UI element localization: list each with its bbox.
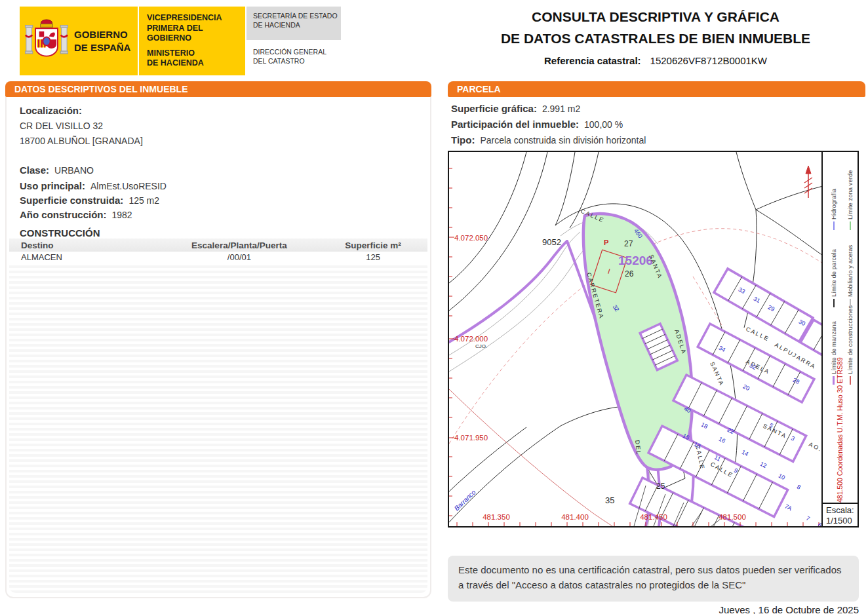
svg-text:12: 12 <box>759 461 768 470</box>
direccion-catastro-label: DIRECCIÓN GENERAL DEL CATASTRO <box>247 40 341 75</box>
title-line1: CONSULTA DESCRIPTIVA Y GRÁFICA <box>451 7 860 28</box>
barranco-label: Barranco <box>453 488 477 512</box>
x-axis-label: 481.400 <box>561 513 589 521</box>
government-logo: GOBIERNO DE ESPAÑA VICEPRESIDENCIA PRIME… <box>20 7 341 75</box>
parcel-26-label: 26 <box>625 269 634 278</box>
secretaria-label: SECRETARÍA DE ESTADO DE HACIENDA <box>247 7 341 40</box>
logo-secretaria-block: SECRETARÍA DE ESTADO DE HACIENDA DIRECCI… <box>247 7 341 75</box>
construccion-title: CONSTRUCCIÓN <box>20 227 100 239</box>
ref-value: 1520626VF8712B0001KW <box>650 55 767 66</box>
y-axis-label: 4.072.000 <box>454 335 488 343</box>
x-axis-label: 481.450 <box>640 513 667 521</box>
col-destino: Destino <box>9 240 160 250</box>
north-arrow-icon <box>804 166 812 198</box>
y-axis-label: 4.072.050 <box>454 234 488 242</box>
utm-coordinates-note: 481.500 Coordenadas U.T.M. Huso 30 ETRS8… <box>823 385 858 503</box>
disclaimer-box: Este documento no es una certificación c… <box>448 556 859 602</box>
block-ref-label: 9052 <box>542 237 561 247</box>
participacion-field: Participación del inmueble:100,00 % <box>451 117 858 132</box>
manzana-line-icon <box>833 376 835 385</box>
panel-header-parcela: PARCELA <box>448 81 865 97</box>
svg-text:14: 14 <box>741 449 750 458</box>
empty-table-rows <box>9 263 427 593</box>
cell-superficie: 125 <box>319 252 427 262</box>
svg-text:10: 10 <box>778 472 787 482</box>
table-header-row: Destino Escalera/Planta/Puerta Superfici… <box>9 239 427 252</box>
svg-text:20: 20 <box>742 383 751 393</box>
p-marker: P <box>604 239 608 246</box>
scale-box: Escala: 1/1500 <box>823 503 858 526</box>
parcela-fields: Superficie gráfica:2.991 m2 Participació… <box>451 101 858 148</box>
parcela-panel: PARCELA <box>448 81 865 97</box>
cadastral-reference: Referencia catastral:1520626VF8712B0001K… <box>451 55 860 66</box>
cell-destino: ALMACEN <box>9 252 160 262</box>
x-axis-label: 481.500 <box>719 513 746 521</box>
superficie-construida-field: Superficie construida:125 m2 <box>20 195 159 206</box>
legend-mobiliario: Mobiliario y aceras <box>846 230 854 307</box>
address-line2: 18700 ALBUÑOL [GRANADA] <box>20 136 143 146</box>
construccion-table: Destino Escalera/Planta/Puerta Superfici… <box>9 239 427 262</box>
subject-parcel-polygon <box>583 214 692 470</box>
legend-limite-parcela: Límite de parcela <box>830 230 837 307</box>
scale-label: Escala: <box>826 505 854 516</box>
parcela-line-icon <box>833 299 835 307</box>
clase-field: Clase:URBANO <box>20 164 94 176</box>
street-ao: AO. <box>808 441 821 453</box>
gobierno-espana-label: GOBIERNO DE ESPAÑA <box>74 28 130 54</box>
document-date: Jueves , 16 de Octubre de 2025 <box>448 604 859 614</box>
construcciones-line-icon <box>850 376 851 385</box>
street-calle-alpujarra-1: CALLE <box>745 326 770 343</box>
svg-text:8: 8 <box>796 484 802 491</box>
map-drawing: I <box>449 152 821 526</box>
vicepresidencia-label: VICEPRESIDENCIA PRIMERA DEL GOBIERNO <box>147 13 243 44</box>
address-line1: CR DEL VISILLO 32 <box>20 121 103 131</box>
cell-escalera: /00/01 <box>160 252 319 262</box>
x-axis-label: 481.350 <box>483 513 510 521</box>
logo-gobierno-block: GOBIERNO DE ESPAÑA <box>20 7 138 75</box>
svg-text:16: 16 <box>718 436 727 445</box>
hidrografia-line-icon <box>833 221 835 230</box>
svg-text:18: 18 <box>700 421 709 431</box>
ref-label: Referencia catastral: <box>544 55 641 66</box>
cadastral-map: I <box>448 151 859 528</box>
col-escalera-planta-puerta: Escalera/Planta/Puerta <box>160 240 319 250</box>
zona-verde-line-icon <box>850 221 851 230</box>
panel-header-datos: DATOS DESCRIPTIVOS DEL INMUEBLE <box>5 81 431 97</box>
spain-coat-of-arms-icon <box>25 17 68 66</box>
col-superficie: Superficie m² <box>319 240 427 250</box>
ministerio-label: MINISTERIO DE HACIENDA <box>147 48 243 69</box>
map-legend: Límite de manzana Límite de parcela Hidr… <box>821 152 858 526</box>
mobiliario-line-icon <box>850 299 851 307</box>
svg-text:7: 7 <box>805 515 811 522</box>
parcel-35-label: 35 <box>605 495 614 505</box>
legend-items: Límite de manzana Límite de parcela Hidr… <box>823 152 858 385</box>
superficie-grafica-field: Superficie gráfica:2.991 m2 <box>451 101 858 117</box>
parcel-27-label: 27 <box>624 239 633 248</box>
tipo-field: Tipo:Parcela construida sin división hor… <box>451 132 858 148</box>
cjo-label: CJO. <box>475 343 487 349</box>
document-title: CONSULTA DESCRIPTIVA Y GRÁFICA DE DATOS … <box>451 7 860 66</box>
street-santa-mid: SANTA <box>709 361 725 387</box>
scale-value: 1/1500 <box>826 516 854 526</box>
datos-descriptivos-panel: DATOS DESCRIPTIVOS DEL INMUEBLE Localiza… <box>5 81 431 598</box>
svg-text:7A: 7A <box>783 503 793 512</box>
anio-construccion-field: Año construcción:1982 <box>20 209 132 220</box>
legend-limite-construcciones: Límite de construcciones <box>846 307 854 385</box>
table-row: ALMACEN /00/01 125 <box>9 252 427 262</box>
y-axis-label: 4.071.950 <box>454 434 488 442</box>
parcel-25-label: 25 <box>656 482 665 491</box>
legend-hidrografia: Hidrografía <box>830 153 837 230</box>
logo-ministerio-block: VICEPRESIDENCIA PRIMERA DEL GOBIERNO MIN… <box>139 7 245 75</box>
disclaimer-text-line2: través del "Acceso a datos catastrales n… <box>467 579 746 590</box>
legend-zona-verde: Límite zona verde <box>846 153 854 230</box>
localizacion-label: Localización: <box>20 105 87 116</box>
svg-text:6: 6 <box>817 522 821 526</box>
title-line2: DE DATOS CATASTRALES DE BIEN INMUEBLE <box>451 28 860 50</box>
uso-principal-field: Uso principal:AlmEst.UsoRESID <box>20 180 167 191</box>
datos-panel-body: Localización: CR DEL VISILLO 32 18700 AL… <box>5 97 431 598</box>
